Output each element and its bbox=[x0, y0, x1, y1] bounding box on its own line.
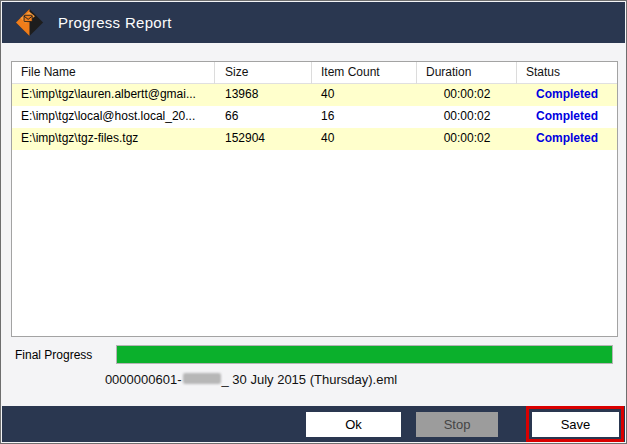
column-header-item-count[interactable]: Item Count bbox=[312, 62, 417, 84]
save-button[interactable]: Save bbox=[532, 412, 619, 437]
stop-button[interactable]: Stop bbox=[416, 412, 498, 437]
progress-fill bbox=[117, 346, 612, 363]
file-name-cell: E:\imp\tgz\local@host.local_20... bbox=[12, 106, 215, 128]
final-progress-label: Final Progress bbox=[15, 348, 92, 362]
table-row[interactable]: E:\imp\tgz\tgz-files.tgz 152904 40 00:00… bbox=[12, 128, 617, 150]
file-name-cell: E:\imp\tgz\tgz-files.tgz bbox=[12, 128, 215, 150]
duration-cell: 00:00:02 bbox=[417, 106, 517, 128]
app-logo-icon bbox=[15, 8, 44, 37]
column-header-file-name[interactable]: File Name bbox=[12, 62, 215, 84]
size-cell: 152904 bbox=[215, 128, 312, 150]
table-row[interactable]: E:\imp\tgz\local@host.local_20... 66 16 … bbox=[12, 106, 617, 128]
table-row[interactable]: E:\imp\tgz\lauren.albertt@gmai... 13968 … bbox=[12, 84, 617, 106]
file-table: File Name Size Item Count Duration Statu… bbox=[11, 61, 618, 337]
titlebar[interactable]: Progress Report bbox=[2, 2, 625, 43]
status-cell: Completed bbox=[517, 84, 617, 106]
table-header: File Name Size Item Count Duration Statu… bbox=[12, 62, 617, 84]
column-header-size[interactable]: Size bbox=[215, 62, 312, 84]
item-count-cell: 40 bbox=[312, 128, 417, 150]
redacted-text bbox=[183, 373, 221, 384]
current-file-text: 0000000601-_ 30 July 2015 (Thursday).eml bbox=[1, 372, 501, 387]
status-cell: Completed bbox=[517, 128, 617, 150]
size-cell: 66 bbox=[215, 106, 312, 128]
file-name-cell: E:\imp\tgz\lauren.albertt@gmai... bbox=[12, 84, 215, 106]
current-file-suffix: _ 30 July 2015 (Thursday).eml bbox=[222, 372, 398, 387]
column-header-status[interactable]: Status bbox=[517, 62, 617, 84]
progress-report-window: Progress Report File Name Size Item Coun… bbox=[0, 0, 627, 444]
duration-cell: 00:00:02 bbox=[417, 128, 517, 150]
status-cell: Completed bbox=[517, 106, 617, 128]
item-count-cell: 16 bbox=[312, 106, 417, 128]
duration-cell: 00:00:02 bbox=[417, 84, 517, 106]
final-progress-bar bbox=[116, 345, 613, 364]
ok-button[interactable]: Ok bbox=[306, 412, 401, 437]
size-cell: 13968 bbox=[215, 84, 312, 106]
column-header-duration[interactable]: Duration bbox=[417, 62, 517, 84]
current-file-prefix: 0000000601- bbox=[105, 372, 182, 387]
window-title: Progress Report bbox=[58, 14, 172, 31]
item-count-cell: 40 bbox=[312, 84, 417, 106]
